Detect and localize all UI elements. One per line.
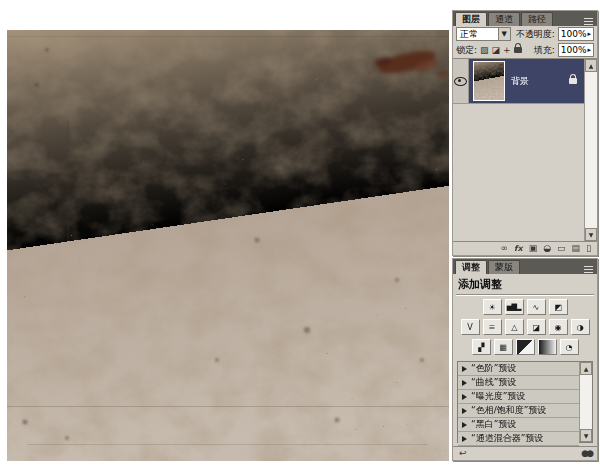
document-canvas[interactable] <box>7 30 449 461</box>
fill-field[interactable]: 100% ▸ <box>558 43 594 57</box>
preset-row[interactable]: “色阶”预设 <box>458 362 579 376</box>
preset-label: “色相/饱和度”预设 <box>471 404 546 417</box>
expand-arrow-icon[interactable] <box>462 408 467 414</box>
adjustments-panel-footer: ↩ ●● <box>453 446 597 460</box>
layers-panel-footer: ∞fx▣◒▭▤▯ <box>453 241 597 255</box>
panel-tab[interactable]: 通道 <box>488 12 520 26</box>
layer-style-icon[interactable]: fx <box>514 243 523 254</box>
preset-label: “黑白”预设 <box>471 418 516 431</box>
panel-tab[interactable]: 图层 <box>455 12 487 26</box>
scroll-up-icon[interactable]: ▲ <box>585 59 597 72</box>
opacity-slider-arrow-icon[interactable]: ▸ <box>587 30 591 38</box>
invert-icon[interactable]: ▞ <box>472 339 491 355</box>
vibrance-icon[interactable]: V <box>461 319 480 335</box>
adjustment-row-1: ☀▅▇▂∿◩ <box>457 299 593 315</box>
lock-buttons: ▨◪+ <box>480 45 511 55</box>
hue-saturation-icon[interactable]: ≡ <box>483 319 502 335</box>
texture-image <box>7 30 449 461</box>
layer-row-background[interactable]: 背景 <box>453 59 584 104</box>
preset-row[interactable]: “通道混合器”预设 <box>458 432 579 446</box>
photoshop-workspace: { "canvas": { "content": "grunge-texture… <box>0 0 600 467</box>
expand-arrow-icon[interactable] <box>462 394 467 400</box>
preset-row[interactable]: “曲线”预设 <box>458 376 579 390</box>
panel-tab[interactable]: 调整 <box>455 260 487 274</box>
expand-arrow-icon[interactable] <box>462 380 467 386</box>
layers-panel-tabbar: 图层通道路径 <box>453 11 597 26</box>
layers-scrollbar[interactable]: ▲ ▼ <box>584 59 597 241</box>
levels-icon[interactable]: ▅▇▂ <box>505 299 524 315</box>
opacity-label: 不透明度: <box>516 28 555 41</box>
scroll-up-icon[interactable]: ▲ <box>580 362 592 375</box>
expand-arrow-icon[interactable] <box>462 436 467 442</box>
lock-pixels-icon[interactable]: ◪ <box>492 45 501 55</box>
visibility-cell[interactable] <box>453 59 469 103</box>
selective-color-icon[interactable]: ◔ <box>560 339 579 355</box>
lock-all-icon[interactable] <box>514 47 522 53</box>
lock-position-icon[interactable]: + <box>503 45 511 55</box>
layers-panel-tabs: 图层通道路径 <box>455 12 553 26</box>
adjustment-icon-grid: ☀▅▇▂∿◩ V≡△◪◉◑ ▞▦◨▥◔ <box>453 295 597 357</box>
blend-mode-select[interactable]: 正常 ▼ <box>456 27 511 41</box>
adjustments-panel: 调整蒙版 添加调整 ☀▅▇▂∿◩ V≡△◪◉◑ ▞▦◨▥◔ “色阶”预设 “曲线… <box>452 258 598 461</box>
layer-lock-icon <box>569 78 577 84</box>
exposure-icon[interactable]: ◩ <box>549 299 568 315</box>
eye-icon <box>454 77 467 86</box>
gradient-map-icon[interactable]: ▥ <box>538 339 557 355</box>
preset-label: “通道混合器”预设 <box>471 432 543 445</box>
layer-rows: 背景 <box>453 59 584 241</box>
lock-transparency-icon[interactable]: ▨ <box>480 45 489 55</box>
preset-row[interactable]: “色相/饱和度”预设 <box>458 404 579 418</box>
layers-panel: 图层通道路径 正常 ▼ 不透明度: 100% ▸ 锁定: ▨◪+ 填充: 100… <box>452 10 598 256</box>
photo-filter-icon[interactable]: ◉ <box>549 319 568 335</box>
layer-name: 背景 <box>511 75 529 88</box>
adjustments-title: 添加调整 <box>453 274 597 294</box>
fill-slider-arrow-icon[interactable]: ▸ <box>587 46 591 54</box>
new-group-icon[interactable]: ▭ <box>557 243 566 254</box>
color-balance-icon[interactable]: △ <box>505 319 524 335</box>
lock-label: 锁定: <box>456 44 477 57</box>
preset-row[interactable]: “曝光度”预设 <box>458 390 579 404</box>
layer-thumbnail <box>473 61 505 101</box>
preset-label: “色阶”预设 <box>471 362 516 375</box>
panel-tab[interactable]: 路径 <box>521 12 553 26</box>
new-layer-icon[interactable]: ▤ <box>572 243 581 254</box>
preset-label: “曝光度”预设 <box>471 390 525 403</box>
adjustment-row-2: V≡△◪◉◑ <box>457 319 593 335</box>
panel-menu-icon[interactable] <box>582 16 595 26</box>
channel-mixer-icon[interactable]: ◑ <box>571 319 590 335</box>
adjustments-panel-tabs: 调整蒙版 <box>455 260 520 274</box>
layer-list: 背景 ▲ ▼ <box>453 58 597 241</box>
lock-row: 锁定: ▨◪+ 填充: 100% ▸ <box>453 42 597 58</box>
preset-list: “色阶”预设 “曲线”预设 “曝光度”预设 “色相/饱和度”预设 “黑白”预设 … <box>457 361 593 443</box>
preset-label: “曲线”预设 <box>471 376 516 389</box>
opacity-field[interactable]: 100% ▸ <box>558 27 594 41</box>
scroll-down-icon[interactable]: ▼ <box>585 228 597 241</box>
curves-icon[interactable]: ∿ <box>527 299 546 315</box>
threshold-icon[interactable]: ◨ <box>516 339 535 355</box>
layer-row-selected[interactable]: 背景 <box>469 59 584 103</box>
preset-rows: “色阶”预设 “曲线”预设 “曝光度”预设 “色相/饱和度”预设 “黑白”预设 … <box>458 362 579 442</box>
link-layers-icon[interactable]: ∞ <box>501 243 509 254</box>
opacity-value: 100% <box>561 29 587 39</box>
expand-arrow-icon[interactable] <box>462 366 467 372</box>
panel-dock: 图层通道路径 正常 ▼ 不透明度: 100% ▸ 锁定: ▨◪+ 填充: 100… <box>452 10 598 461</box>
scroll-down-icon[interactable]: ▼ <box>580 429 592 442</box>
panel-tab[interactable]: 蒙版 <box>488 260 520 274</box>
black-white-icon[interactable]: ◪ <box>527 319 546 335</box>
posterize-icon[interactable]: ▦ <box>494 339 513 355</box>
adjustment-layer-icon[interactable]: ◒ <box>543 243 551 254</box>
layer-mask-icon[interactable]: ▣ <box>529 243 538 254</box>
clip-to-layer-icon[interactable]: ●● <box>581 448 591 459</box>
chevron-down-icon[interactable]: ▼ <box>498 28 510 40</box>
switch-panel-view-icon[interactable]: ↩ <box>459 448 467 459</box>
adjustments-panel-tabbar: 调整蒙版 <box>453 259 597 274</box>
fill-label: 填充: <box>534 44 555 57</box>
preset-row[interactable]: “黑白”预设 <box>458 418 579 432</box>
presets-scrollbar[interactable]: ▲ ▼ <box>579 362 592 442</box>
blend-mode-value: 正常 <box>457 28 498 41</box>
panel-menu-icon[interactable] <box>582 264 595 274</box>
expand-arrow-icon[interactable] <box>462 422 467 428</box>
delete-layer-icon[interactable]: ▯ <box>586 243 591 254</box>
blend-mode-row: 正常 ▼ 不透明度: 100% ▸ <box>453 26 597 42</box>
brightness-contrast-icon[interactable]: ☀ <box>483 299 502 315</box>
